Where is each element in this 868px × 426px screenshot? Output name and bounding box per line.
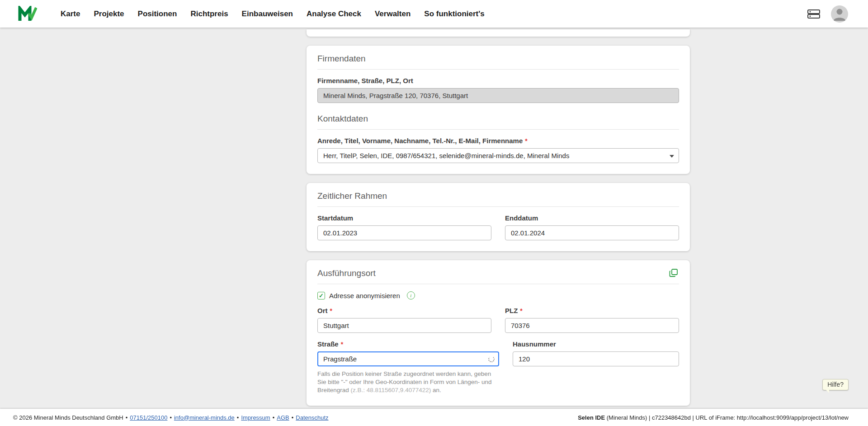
footer-impressum-link[interactable]: Impressum (241, 414, 270, 421)
required-marker: * (341, 341, 343, 348)
user-avatar[interactable] (831, 5, 848, 23)
footer-debug-info: Selen IDE (Mineral Minds) | c722348642bd… (578, 414, 849, 421)
nav-item-positionen[interactable]: Positionen (138, 9, 177, 19)
server-icon[interactable] (807, 8, 821, 20)
strasse-label: Straße * (317, 340, 499, 348)
footer-separator: • (292, 414, 294, 421)
footer-email-link[interactable]: info@mineral-minds.de (174, 414, 235, 421)
copy-icon[interactable] (668, 267, 679, 278)
info-icon[interactable] (407, 291, 415, 300)
plz-input[interactable] (505, 318, 679, 333)
section-title-zeitlicher-rahmen: Zeitlicher Rahmen (317, 191, 679, 207)
main-content: Firmendaten Firmenname, Straße, PLZ, Ort… (307, 28, 690, 426)
required-marker: * (520, 307, 522, 314)
card-ausfuehrungsort: Ausführungsort ✓ Adresse anonymisieren O… (307, 260, 690, 406)
strasse-hint-text: Falls die Position keiner Straße zugeord… (317, 370, 499, 395)
footer-agb-link[interactable]: AGB (277, 414, 289, 421)
help-button[interactable]: Hilfe? (822, 379, 849, 390)
logo-m-icon (18, 6, 37, 22)
section-title-firmendaten: Firmendaten (317, 54, 679, 70)
card-zeitlicher-rahmen: Zeitlicher Rahmen Startdatum Enddatum (307, 183, 690, 251)
nav-item-projekte[interactable]: Projekte (94, 9, 124, 19)
loading-spinner-icon (488, 356, 495, 362)
person-icon (831, 5, 848, 23)
company-summary-field[interactable] (317, 88, 679, 103)
strasse-input[interactable] (317, 351, 499, 366)
startdatum-label: Startdatum (317, 214, 491, 222)
hausnummer-input[interactable] (513, 351, 679, 366)
startdatum-input[interactable] (317, 225, 491, 240)
footer: © 2026 Mineral Minds Deutschland GmbH • … (0, 409, 868, 426)
mineral-minds-logo[interactable] (18, 6, 37, 22)
anonymize-checkbox[interactable]: ✓ (317, 292, 325, 300)
footer-separator: • (237, 414, 239, 421)
nav-right-actions (807, 5, 848, 23)
nav-item-einbauweisen[interactable]: Einbauweisen (242, 9, 293, 19)
footer-copyright: © 2026 Mineral Minds Deutschland GmbH (13, 414, 123, 421)
footer-datenschutz-link[interactable]: Datenschutz (296, 414, 328, 421)
footer-phone-link[interactable]: 07151/250100 (130, 414, 167, 421)
enddatum-input[interactable] (505, 225, 679, 240)
anonymize-label: Adresse anonymisieren (329, 292, 400, 300)
required-marker: * (525, 137, 527, 145)
section-title-kontaktdaten: Kontaktdaten (317, 114, 679, 130)
footer-user-ide: Selen IDE (578, 414, 605, 421)
card-firmendaten: Firmendaten Firmenname, Straße, PLZ, Ort… (307, 46, 690, 174)
footer-left: © 2026 Mineral Minds Deutschland GmbH • … (13, 414, 329, 421)
footer-separator: • (170, 414, 172, 421)
top-navigation: Karte Projekte Positionen Richtpreis Ein… (0, 0, 868, 28)
chevron-down-icon (670, 155, 674, 158)
nav-items: Karte Projekte Positionen Richtpreis Ein… (61, 9, 485, 19)
nav-item-karte[interactable]: Karte (61, 9, 80, 19)
footer-separator: • (126, 414, 128, 421)
ort-label: Ort * (317, 307, 491, 314)
footer-separator: • (273, 414, 275, 421)
ort-input[interactable] (317, 318, 491, 333)
contact-field-label: Anrede, Titel, Vorname, Nachname, Tel.-N… (317, 137, 679, 145)
required-marker: * (330, 307, 332, 314)
hausnummer-label: Hausnummer (513, 340, 679, 348)
section-title-ausfuehrungsort: Ausführungsort (317, 268, 679, 284)
company-field-label: Firmenname, Straße, PLZ, Ort (317, 77, 679, 84)
nav-item-richtpreis[interactable]: Richtpreis (190, 9, 228, 19)
enddatum-label: Enddatum (505, 214, 679, 222)
nav-item-analyse-check[interactable]: Analyse Check (307, 9, 361, 19)
plz-label: PLZ * (505, 307, 679, 314)
card-partial-top (307, 29, 690, 37)
nav-item-so-funktionierts[interactable]: So funktioniert's (424, 9, 484, 19)
contact-select[interactable]: Herr, TitelP, Selen, IDE, 0987/654321, s… (317, 148, 679, 163)
nav-item-verwalten[interactable]: Verwalten (375, 9, 410, 19)
